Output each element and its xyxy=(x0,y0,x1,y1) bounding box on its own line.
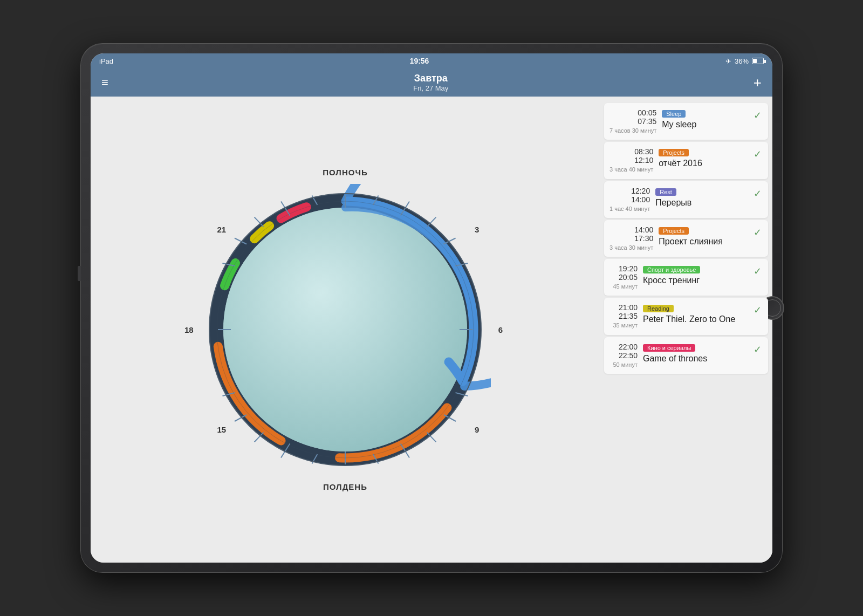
event-times: 00:05 07:35 7 часов 30 минут xyxy=(609,108,656,134)
event-details: Кино и сериалы Game of thrones xyxy=(643,343,746,364)
event-title: My sleep xyxy=(662,120,746,129)
main-content: ПОЛНОЧЬ ПОЛДЕНЬ 18 6 21 3 15 9 xyxy=(91,97,772,563)
event-title: отчёт 2016 xyxy=(659,159,746,168)
event-duration: 7 часов 30 минут xyxy=(609,127,656,134)
event-details: Спорт и здоровье Кросс тренинг xyxy=(643,264,746,285)
clock-label-15: 15 xyxy=(217,425,226,434)
event-times: 12:20 14:00 1 час 40 минут xyxy=(609,187,650,213)
location-icon: ✈ xyxy=(725,57,731,65)
nav-title-sub: Fri, 27 May xyxy=(413,84,448,92)
event-tag: Кино и сериалы xyxy=(643,344,695,352)
event-end: 21:35 xyxy=(609,312,638,320)
event-title: Перерыв xyxy=(655,198,746,208)
event-card[interactable]: 00:05 07:35 7 часов 30 минут Sleep My sl… xyxy=(604,103,768,140)
checkmark-icon: ✓ xyxy=(754,148,762,160)
event-details: Reading Peter Thiel. Zero to One xyxy=(643,303,746,324)
checkmark-icon: ✓ xyxy=(754,227,762,238)
clock-label-9: 9 xyxy=(475,425,479,434)
checkmark-icon: ✓ xyxy=(754,265,762,277)
clock-label-21: 21 xyxy=(217,225,226,234)
event-duration: 3 часа 40 минут xyxy=(609,166,653,173)
add-button[interactable]: + xyxy=(754,74,762,91)
side-button[interactable] xyxy=(78,266,81,281)
event-title: Кросс тренинг xyxy=(643,276,746,285)
event-card[interactable]: 08:30 12:10 3 часа 40 минут Projects отч… xyxy=(604,142,768,179)
event-duration: 45 минут xyxy=(609,283,638,290)
event-tag: Reading xyxy=(643,305,674,312)
event-tag: Rest xyxy=(655,188,676,196)
nav-title-main: Завтра xyxy=(413,73,448,84)
event-start: 12:20 xyxy=(609,187,650,195)
clock-label-bottom: ПОЛДЕНЬ xyxy=(323,482,367,491)
nav-bar: ≡ Завтра Fri, 27 May + xyxy=(91,69,772,97)
svg-point-2 xyxy=(223,208,467,451)
event-card[interactable]: 21:00 21:35 35 минут Reading Peter Thiel… xyxy=(604,298,768,334)
event-details: Projects Проект слияния xyxy=(659,225,746,247)
clock-label-3: 3 xyxy=(475,225,479,234)
status-time: 19:56 xyxy=(410,57,429,65)
event-tag: Projects xyxy=(659,227,689,235)
checkmark-icon: ✓ xyxy=(754,109,762,121)
event-title: Peter Thiel. Zero to One xyxy=(643,314,746,324)
event-card[interactable]: 14:00 17:30 3 часа 30 минут Projects Про… xyxy=(604,220,768,257)
clock-label-top: ПОЛНОЧЬ xyxy=(323,168,367,177)
clock-container: ПОЛНОЧЬ ПОЛДЕНЬ 18 6 21 3 15 9 xyxy=(200,184,491,475)
battery-icon xyxy=(752,58,764,64)
event-duration: 35 минут xyxy=(609,321,638,329)
event-title: Проект слияния xyxy=(659,237,746,247)
clock-svg xyxy=(200,184,491,475)
device-model: iPad xyxy=(99,57,113,65)
event-tag: Projects xyxy=(659,149,689,156)
event-start: 19:20 xyxy=(609,264,638,273)
event-duration: 50 минут xyxy=(609,361,638,368)
checkmark-icon: ✓ xyxy=(754,304,762,316)
event-start: 14:00 xyxy=(609,225,653,234)
event-end: 07:35 xyxy=(609,117,656,126)
event-title: Game of thrones xyxy=(643,354,746,364)
event-end: 17:30 xyxy=(609,234,653,243)
event-details: Sleep My sleep xyxy=(662,108,746,129)
ipad-screen: iPad 19:56 ✈ 36% ≡ Завтра Fri, 27 May + xyxy=(91,53,772,563)
event-card[interactable]: 19:20 20:05 45 минут Спорт и здоровье Кр… xyxy=(604,259,768,296)
event-times: 19:20 20:05 45 минут xyxy=(609,264,638,290)
event-end: 12:10 xyxy=(609,156,653,165)
event-times: 14:00 17:30 3 часа 30 минут xyxy=(609,225,653,251)
event-start: 08:30 xyxy=(609,147,653,156)
event-times: 08:30 12:10 3 часа 40 минут xyxy=(609,147,653,173)
event-end: 22:50 xyxy=(609,351,638,360)
status-right: ✈ 36% xyxy=(725,57,764,65)
checkmark-icon: ✓ xyxy=(754,188,762,200)
status-bar: iPad 19:56 ✈ 36% xyxy=(91,53,772,69)
event-duration: 3 часа 30 минут xyxy=(609,244,653,251)
event-tag: Спорт и здоровье xyxy=(643,266,700,273)
menu-button[interactable]: ≡ xyxy=(101,76,108,90)
clock-label-left: 18 xyxy=(184,325,194,334)
event-start: 22:00 xyxy=(609,343,638,351)
event-start: 00:05 xyxy=(609,108,656,117)
event-card[interactable]: 12:20 14:00 1 час 40 минут Rest Перерыв … xyxy=(604,181,768,218)
battery-percent: 36% xyxy=(735,57,749,65)
event-tag: Sleep xyxy=(662,110,686,118)
clock-label-right: 6 xyxy=(498,325,503,334)
event-times: 21:00 21:35 35 минут xyxy=(609,303,638,329)
event-times: 22:00 22:50 50 минут xyxy=(609,343,638,368)
event-details: Rest Перерыв xyxy=(655,187,746,208)
event-details: Projects отчёт 2016 xyxy=(659,147,746,168)
checkmark-icon: ✓ xyxy=(754,344,762,355)
clock-area: ПОЛНОЧЬ ПОЛДЕНЬ 18 6 21 3 15 9 xyxy=(91,97,600,563)
event-end: 20:05 xyxy=(609,273,638,282)
events-list: 00:05 07:35 7 часов 30 минут Sleep My sl… xyxy=(600,97,772,563)
event-start: 21:00 xyxy=(609,303,638,312)
nav-title: Завтра Fri, 27 May xyxy=(413,73,448,92)
ipad-shell: iPad 19:56 ✈ 36% ≡ Завтра Fri, 27 May + xyxy=(81,44,782,572)
event-duration: 1 час 40 минут xyxy=(609,205,650,213)
event-end: 14:00 xyxy=(609,195,650,204)
event-card[interactable]: 22:00 22:50 50 минут Кино и сериалы Game… xyxy=(604,337,768,374)
